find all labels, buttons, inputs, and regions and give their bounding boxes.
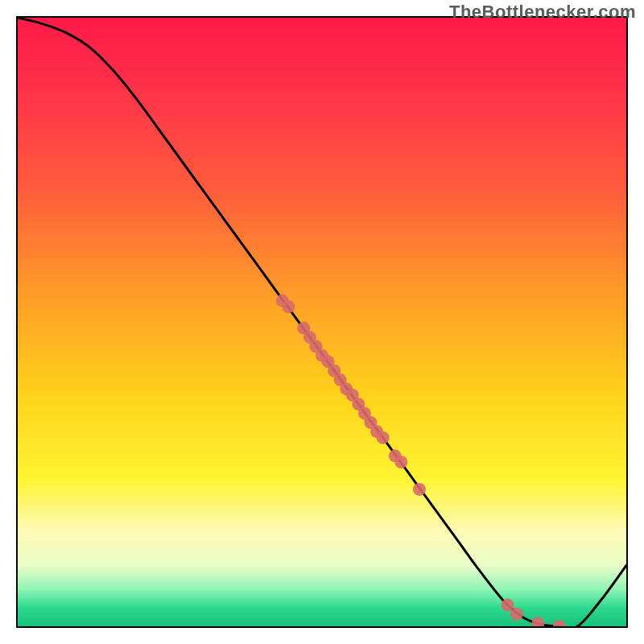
plot-svg: [18, 18, 626, 626]
data-point: [531, 617, 544, 626]
data-point: [510, 608, 523, 621]
data-point: [553, 620, 566, 626]
data-point: [377, 431, 390, 444]
data-point: [282, 300, 295, 313]
data-point: [502, 599, 514, 612]
data-point: [413, 483, 426, 496]
bottleneck-curve: [18, 18, 626, 626]
watermark-label: TheBottlenecker.com: [449, 2, 636, 23]
bottleneck-chart: TheBottlenecker.com: [0, 0, 644, 644]
data-point: [394, 456, 407, 469]
scatter-points: [276, 295, 566, 626]
plot-area: [16, 16, 628, 628]
